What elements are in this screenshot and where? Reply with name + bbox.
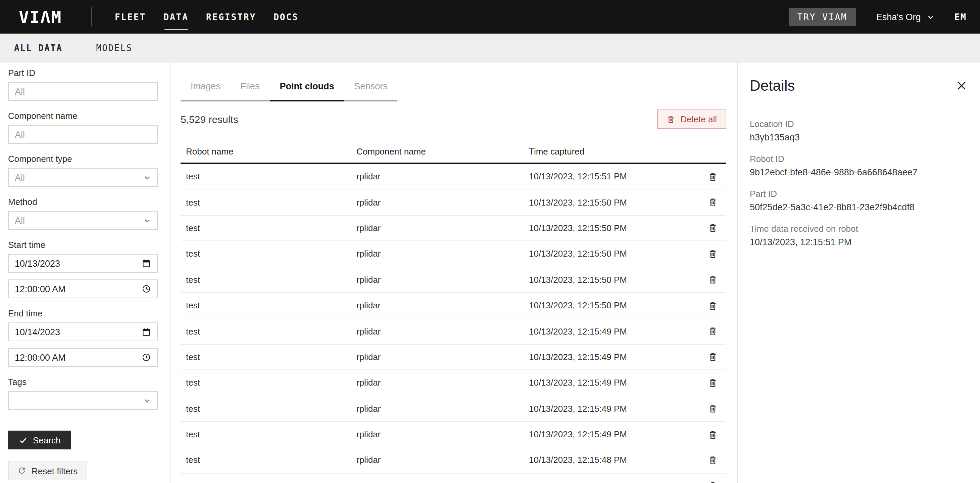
- search-button[interactable]: Search: [8, 430, 71, 450]
- delete-all-button[interactable]: Delete all: [657, 110, 726, 129]
- delete-row-button[interactable]: [708, 172, 726, 181]
- tab-models[interactable]: MODELS: [96, 43, 132, 53]
- component-type-select[interactable]: All: [8, 168, 158, 187]
- delete-row-button[interactable]: [708, 275, 726, 284]
- table-row[interactable]: test rplidar 10/13/2023, 12:15:49 PM: [181, 422, 726, 448]
- end-time-input[interactable]: [15, 352, 142, 362]
- filter-tags: Tags: [8, 377, 158, 410]
- table-row[interactable]: test rplidar 10/13/2023, 12:15:50 PM: [181, 267, 726, 293]
- nav-item-docs[interactable]: DOCS: [274, 12, 299, 22]
- avatar[interactable]: EM: [954, 11, 967, 22]
- tags-label: Tags: [8, 377, 158, 387]
- delete-row-button[interactable]: [708, 249, 726, 259]
- clock-icon[interactable]: [142, 353, 151, 362]
- table-row[interactable]: test rplidar 10/13/2023, 12:15:49 PM: [181, 319, 726, 344]
- viam-logo[interactable]: VIΛM: [19, 7, 70, 27]
- delete-row-button[interactable]: [708, 481, 726, 483]
- cell-component-name: rplidar: [356, 171, 529, 182]
- cell-robot-name: test: [181, 249, 356, 259]
- trash-icon: [708, 249, 718, 259]
- start-date-input[interactable]: [15, 258, 142, 268]
- part-id-input[interactable]: [15, 86, 151, 96]
- details-title: Details: [750, 77, 969, 95]
- cell-component-name: rplidar: [356, 275, 529, 285]
- cell-robot-name: test: [181, 171, 356, 182]
- delete-row-button[interactable]: [708, 352, 726, 362]
- details-panel: Details Location ID h3yb135aq3 Robot ID …: [737, 62, 980, 483]
- cell-robot-name: test: [181, 223, 356, 233]
- tab-files[interactable]: Files: [231, 73, 270, 100]
- table-row[interactable]: test rplidar 10/13/2023, 12:15:51 PM: [181, 164, 726, 190]
- nav-divider: [91, 7, 92, 26]
- delete-row-button[interactable]: [708, 301, 726, 310]
- delete-row-button[interactable]: [708, 378, 726, 387]
- table-row[interactable]: test rplidar 10/13/2023, 12:15:48 PM: [181, 448, 726, 473]
- tab-point-clouds[interactable]: Point clouds: [270, 73, 344, 102]
- cell-time-captured: 10/13/2023, 12:15:48 PM: [529, 455, 699, 465]
- table-row[interactable]: test rplidar 10/13/2023, 12:15:50 PM: [181, 293, 726, 319]
- chevron-down-icon: [144, 397, 151, 404]
- org-menu[interactable]: Esha's Org: [876, 12, 934, 22]
- trash-icon: [708, 456, 718, 465]
- cell-component-name: rplidar: [356, 326, 529, 336]
- table-row[interactable]: test rplidar 10/13/2023, 12:15:50 PM: [181, 241, 726, 267]
- detail-robot-id: Robot ID 9b12ebcf-bfe8-486e-988b-6a66864…: [750, 154, 969, 178]
- table-row[interactable]: test rplidar 10/13/2023, 12:15:49 PM: [181, 396, 726, 422]
- nav-item-registry[interactable]: REGISTRY: [206, 12, 256, 22]
- end-time-label: End time: [8, 308, 158, 319]
- calendar-icon[interactable]: [142, 327, 151, 336]
- cell-robot-name: test: [181, 429, 356, 439]
- nav-item-data[interactable]: DATA: [164, 12, 189, 22]
- table-row[interactable]: test rplidar 10/13/2023, 12:15:49 PM: [181, 344, 726, 370]
- nav-item-fleet[interactable]: FLEET: [115, 12, 146, 22]
- part-id-label: Part ID: [8, 68, 158, 78]
- cell-time-captured: 10/13/2023, 12:15:49 PM: [529, 326, 699, 336]
- table-row[interactable]: test rplidar 10/13/2023, 12:15:50 PM: [181, 190, 726, 216]
- cell-time-captured: 10/13/2023, 12:15:50 PM: [529, 223, 699, 233]
- delete-row-button[interactable]: [708, 430, 726, 439]
- tab-sensors[interactable]: Sensors: [344, 73, 398, 100]
- delete-row-button[interactable]: [708, 198, 726, 207]
- end-date-input[interactable]: [15, 327, 142, 337]
- table-row[interactable]: test rplidar 10/13/2023, 12:15:48 PM: [181, 473, 726, 483]
- col-time-captured: Time captured: [529, 147, 699, 156]
- cell-time-captured: 10/13/2023, 12:15:51 PM: [529, 171, 699, 182]
- details-fields: Location ID h3yb135aq3 Robot ID 9b12ebcf…: [750, 119, 969, 248]
- close-details-button[interactable]: [955, 79, 968, 94]
- trash-icon: [667, 115, 675, 124]
- clock-icon[interactable]: [142, 284, 151, 293]
- results-table: Robot name Component name Time captured …: [181, 147, 726, 483]
- cell-component-name: rplidar: [356, 429, 529, 439]
- cell-time-captured: 10/13/2023, 12:15:49 PM: [529, 378, 699, 388]
- delete-row-button[interactable]: [708, 327, 726, 336]
- cell-robot-name: test: [181, 352, 356, 362]
- cell-component-name: rplidar: [356, 378, 529, 388]
- tab-images[interactable]: Images: [181, 73, 231, 100]
- delete-row-button[interactable]: [708, 223, 726, 233]
- delete-row-button[interactable]: [708, 456, 726, 465]
- calendar-icon[interactable]: [142, 259, 151, 268]
- trash-icon: [708, 198, 718, 207]
- table-header: Robot name Component name Time captured: [181, 147, 726, 164]
- data-type-tabs: Images Files Point clouds Sensors: [181, 73, 398, 102]
- start-time-input[interactable]: [15, 284, 142, 294]
- component-name-input[interactable]: [15, 129, 151, 139]
- col-actions: [699, 147, 726, 156]
- start-time-label: Start time: [8, 240, 158, 250]
- table-row[interactable]: test rplidar 10/13/2023, 12:15:50 PM: [181, 216, 726, 241]
- tags-select[interactable]: [8, 391, 158, 410]
- method-select[interactable]: All: [8, 211, 158, 230]
- top-nav: VIΛM FLEET DATA REGISTRY DOCS TRY VIAM E…: [0, 0, 980, 33]
- try-viam-button[interactable]: TRY VIAM: [789, 8, 856, 26]
- delete-row-button[interactable]: [708, 404, 726, 413]
- table-row[interactable]: test rplidar 10/13/2023, 12:15:49 PM: [181, 370, 726, 396]
- filter-start-time: Start time: [8, 240, 158, 298]
- reset-filters-button[interactable]: Reset filters: [8, 462, 87, 480]
- filter-component-type: Component type All: [8, 154, 158, 187]
- cell-robot-name: test: [181, 326, 356, 336]
- cell-component-name: rplidar: [356, 300, 529, 310]
- cell-component-name: rplidar: [356, 481, 529, 483]
- tab-all-data[interactable]: ALL DATA: [14, 43, 62, 53]
- component-type-value: All: [15, 172, 144, 182]
- filter-end-time: End time: [8, 308, 158, 367]
